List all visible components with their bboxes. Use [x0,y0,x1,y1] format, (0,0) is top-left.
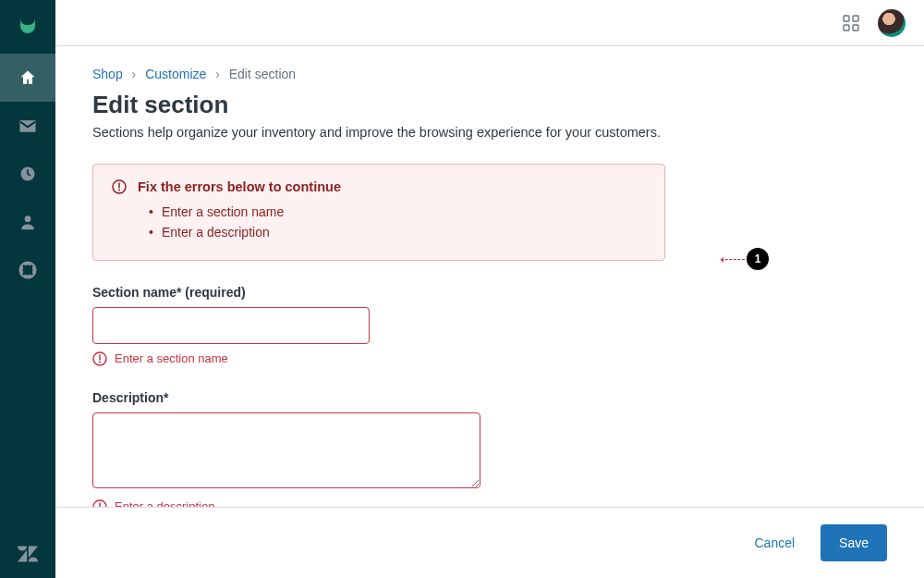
error-alert: Fix the errors below to continue Enter a… [92,164,665,261]
lifebuoy-icon [18,261,37,279]
page-subtitle: Sections help organize your inventory an… [92,125,887,140]
apps-switcher[interactable] [843,15,859,31]
breadcrumb: Shop › Customize › Edit section [92,67,887,81]
cancel-button[interactable]: Cancel [736,524,813,561]
app-logo [9,9,46,46]
svg-point-12 [99,361,101,363]
nav-user[interactable] [0,198,55,246]
footer-actions: Cancel Save [55,507,924,578]
zendesk-icon [18,546,38,562]
nav-mail[interactable] [0,102,55,150]
user-avatar[interactable] [878,9,906,37]
section-name-error-text: Enter a section name [115,351,228,365]
mail-icon [18,117,37,134]
breadcrumb-current: Edit section [229,67,296,81]
section-name-error: Enter a section name [92,351,887,366]
topbar [55,0,924,46]
alert-error-item: Enter a section name [149,202,646,222]
clock-icon [18,165,37,183]
callout-arrow-icon [721,259,745,260]
logo-icon [17,17,39,39]
alert-error-icon [92,499,107,507]
section-name-label: Section name* (required) [92,285,887,300]
alert-error-icon [92,351,107,366]
nav-home[interactable] [0,54,55,102]
alert-error-item: Enter a description [149,222,646,242]
sidebar-nav [0,0,55,578]
svg-point-2 [21,264,35,277]
chevron-right-icon: › [215,67,220,81]
field-section-name: Section name* (required) Enter a section… [92,285,887,366]
svg-rect-5 [844,25,849,31]
description-label: Description* [92,390,887,405]
page-title: Edit section [92,91,887,119]
field-description: Description* Enter a description [92,390,887,507]
alert-error-list: Enter a section name Enter a description [149,202,646,243]
svg-rect-4 [853,16,858,21]
user-icon [18,213,37,231]
save-button[interactable]: Save [821,524,887,561]
callout-number: 1 [747,248,769,270]
alert-error-icon [112,179,127,194]
svg-rect-6 [853,25,858,31]
svg-point-1 [25,215,31,222]
annotation-callout: 1 [721,248,769,270]
svg-rect-3 [844,16,849,21]
description-error: Enter a description [92,499,887,507]
home-icon [18,68,37,87]
breadcrumb-customize[interactable]: Customize [145,67,206,81]
alert-title: Fix the errors below to continue [138,179,341,194]
nav-zendesk[interactable] [0,530,55,578]
svg-point-9 [118,190,120,191]
description-input[interactable] [92,412,480,488]
description-error-text: Enter a description [115,499,214,507]
grid-icon [843,15,859,31]
chevron-right-icon: › [132,67,137,81]
section-name-input[interactable] [92,307,370,344]
page-content: Shop › Customize › Edit section Edit sec… [55,46,924,507]
breadcrumb-shop[interactable]: Shop [92,67,123,81]
nav-help[interactable] [0,246,55,294]
nav-clock[interactable] [0,150,55,198]
